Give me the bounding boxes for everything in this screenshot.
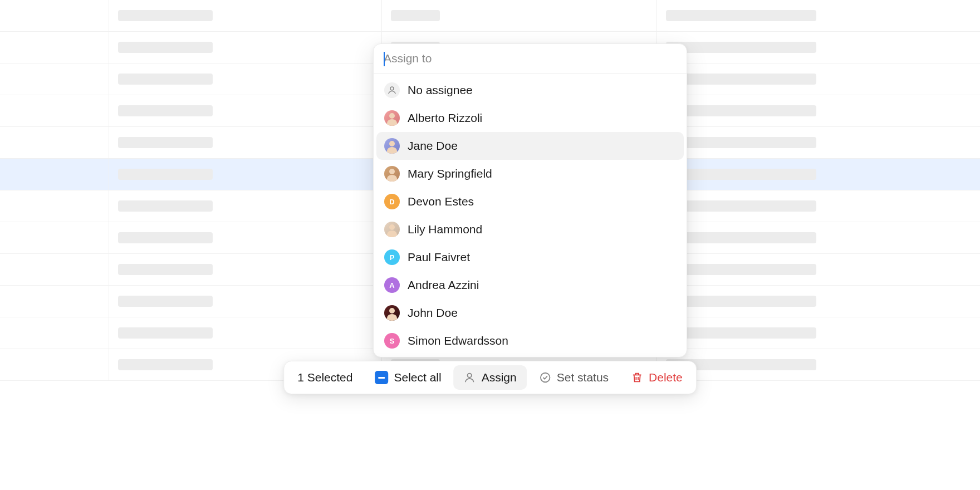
svg-point-0 (390, 87, 394, 90)
placeholder (666, 42, 816, 53)
delete-label: Delete (649, 371, 683, 384)
assignee-option[interactable]: PPaul Faivret (376, 243, 684, 271)
check-circle-icon (539, 371, 551, 384)
bulk-action-toolbar: 1 Selected Select all Assign Set status (283, 361, 697, 394)
placeholder (666, 232, 816, 243)
avatar-initial: D (384, 194, 400, 209)
placeholder (118, 264, 213, 275)
svg-point-1 (468, 374, 472, 378)
placeholder (118, 10, 213, 21)
placeholder (118, 327, 213, 339)
placeholder (118, 74, 213, 85)
placeholder (666, 264, 816, 275)
placeholder (391, 10, 440, 21)
dropdown-list: No assigneeAlberto RizzoliJane DoeMary S… (374, 74, 687, 357)
select-all-button[interactable]: Select all (365, 365, 451, 390)
assignee-label: Mary Springfield (408, 167, 492, 180)
placeholder (666, 200, 816, 212)
assignee-option[interactable]: Jane Doe (376, 132, 684, 160)
avatar-initial: A (384, 277, 400, 293)
avatar-initial: P (384, 249, 400, 265)
placeholder (666, 74, 816, 85)
assignee-label: Paul Faivret (408, 251, 470, 264)
selected-count: 1 Selected (287, 365, 362, 390)
assignee-label: Devon Estes (408, 195, 474, 208)
assignee-label: Jane Doe (408, 139, 458, 153)
assignee-option[interactable]: Mary Springfield (376, 160, 684, 188)
placeholder (666, 10, 816, 21)
user-icon (464, 371, 476, 384)
text-cursor (384, 52, 385, 66)
dropdown-search-container (374, 44, 687, 74)
avatar-initial-letter: S (390, 337, 395, 345)
assignee-option[interactable]: Alberto Rizzoli (376, 104, 684, 132)
placeholder (118, 200, 213, 212)
assign-dropdown: No assigneeAlberto RizzoliJane DoeMary S… (373, 43, 687, 357)
select-all-icon (375, 371, 388, 384)
placeholder (666, 296, 816, 307)
assignee-label: Andrea Azzini (408, 278, 479, 292)
placeholder (666, 327, 816, 339)
svg-point-2 (540, 373, 550, 383)
avatar-photo (384, 138, 400, 154)
avatar-initial-letter: P (390, 253, 395, 262)
avatar-photo (384, 305, 400, 321)
set-status-button[interactable]: Set status (529, 365, 619, 390)
avatar-photo (384, 110, 400, 126)
assignee-option[interactable]: Lily Hammond (376, 215, 684, 243)
assign-label: Assign (482, 371, 517, 384)
placeholder (118, 105, 213, 116)
assignee-label: No assignee (408, 84, 473, 97)
placeholder (666, 105, 816, 116)
placeholder (118, 42, 213, 53)
avatar-initial: S (384, 333, 400, 349)
assignee-label: Lily Hammond (408, 223, 482, 236)
assignee-option[interactable]: DDevon Estes (376, 188, 684, 215)
set-status-label: Set status (557, 371, 609, 384)
avatar-initial-letter: A (389, 281, 394, 290)
assignee-option[interactable]: SSimon Edwardsson (376, 327, 684, 355)
placeholder (118, 296, 213, 307)
placeholder (118, 169, 213, 180)
assignee-label: Simon Edwardsson (408, 334, 508, 347)
assignee-label: Alberto Rizzoli (408, 111, 482, 125)
assignee-option[interactable]: No assignee (376, 76, 684, 104)
delete-button[interactable]: Delete (621, 365, 693, 390)
avatar-photo (384, 166, 400, 182)
select-all-label: Select all (394, 371, 441, 384)
assignee-option[interactable]: AAndrea Azzini (376, 271, 684, 299)
placeholder (118, 232, 213, 243)
assign-search-input[interactable] (384, 52, 677, 65)
table-row[interactable] (0, 0, 980, 32)
avatar-initial-letter: D (389, 198, 394, 206)
assignee-label: John Doe (408, 306, 458, 320)
trash-icon (631, 371, 643, 384)
placeholder (118, 137, 213, 148)
placeholder (118, 359, 213, 370)
placeholder (666, 137, 816, 148)
placeholder (666, 169, 816, 180)
no-assignee-icon (384, 82, 400, 98)
assign-button[interactable]: Assign (454, 365, 527, 390)
assignee-option[interactable]: John Doe (376, 299, 684, 327)
avatar-photo (384, 222, 400, 237)
